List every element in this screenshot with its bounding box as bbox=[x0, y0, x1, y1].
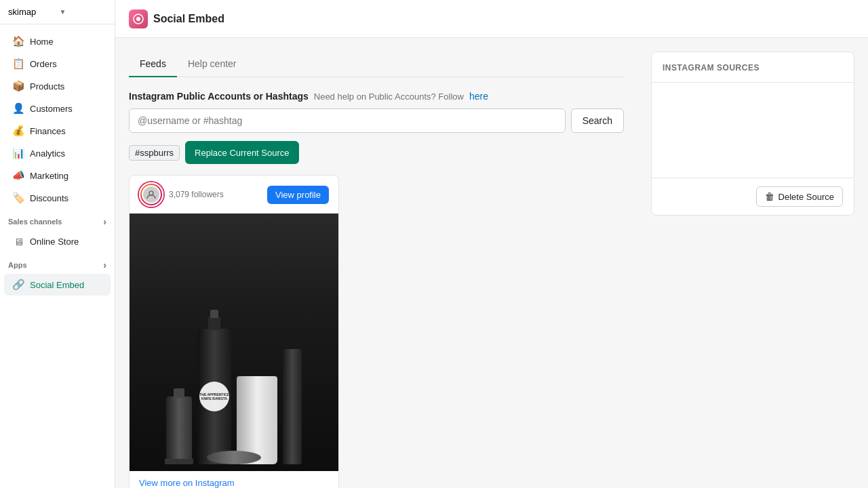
ig-image: THE APPRENTICEKNIFE BARISTA bbox=[130, 214, 338, 471]
orders-icon: 📋 bbox=[12, 58, 24, 70]
sidebar-item-social-embed[interactable]: 🔗 Social Embed bbox=[4, 274, 111, 296]
tab-feeds[interactable]: Feeds bbox=[129, 52, 177, 77]
sources-card: INSTAGRAM SOURCES 🗑 Delete Source bbox=[651, 52, 854, 216]
expand-icon[interactable]: › bbox=[103, 216, 106, 227]
section-title: Instagram Public Accounts or Hashtags bbox=[129, 91, 309, 102]
help-link[interactable]: here bbox=[469, 91, 488, 102]
sidebar-item-orders[interactable]: 📋 Orders bbox=[4, 53, 111, 75]
view-more-link[interactable]: View more on Instagram bbox=[139, 478, 329, 488]
instagram-card: 3,079 followers View profile bbox=[129, 175, 339, 488]
expand-apps-icon[interactable]: › bbox=[103, 260, 106, 270]
topbar: Social Embed bbox=[115, 0, 868, 38]
discounts-icon: 🏷️ bbox=[12, 192, 24, 204]
ig-profile: 3,079 followers bbox=[139, 182, 224, 207]
tag-row: #sspburrs Replace Current Source bbox=[129, 141, 624, 164]
home-icon: 🏠 bbox=[12, 35, 24, 47]
store-selector[interactable]: skimap ▼ bbox=[0, 0, 115, 24]
search-row: Search bbox=[129, 108, 624, 133]
delete-source-button[interactable]: 🗑 Delete Source bbox=[756, 186, 843, 207]
sources-card-footer: 🗑 Delete Source bbox=[652, 178, 854, 215]
sidebar-item-label: Discounts bbox=[30, 193, 68, 203]
sidebar-nav: 🏠 Home 📋 Orders 📦 Products 👤 Customers 💰… bbox=[0, 24, 115, 302]
app-title: Social Embed bbox=[153, 13, 224, 25]
avatar bbox=[139, 182, 163, 207]
replace-source-button[interactable]: Replace Current Source bbox=[185, 141, 298, 164]
app-icon bbox=[129, 9, 148, 28]
sidebar-item-label: Marketing bbox=[30, 171, 68, 181]
customers-icon: 👤 bbox=[12, 102, 24, 115]
ig-header: 3,079 followers View profile bbox=[130, 176, 338, 214]
bw-scene: THE APPRENTICEKNIFE BARISTA bbox=[130, 214, 338, 471]
marketing-icon: 📣 bbox=[12, 169, 24, 182]
finances-icon: 💰 bbox=[12, 125, 24, 137]
center-panel: Feeds Help center Instagram Public Accou… bbox=[115, 38, 637, 488]
sales-channels-section: Sales channels › bbox=[0, 209, 115, 230]
tabs: Feeds Help center bbox=[129, 52, 624, 77]
main-content: Social Embed Feeds Help center Instagram… bbox=[115, 0, 868, 488]
trash-icon: 🗑 bbox=[765, 191, 774, 202]
sidebar-item-marketing[interactable]: 📣 Marketing bbox=[4, 165, 111, 186]
content-area: Feeds Help center Instagram Public Accou… bbox=[115, 38, 868, 488]
svg-point-2 bbox=[149, 191, 153, 195]
sidebar-item-label: Analytics bbox=[30, 148, 65, 159]
help-text: Need help on Public Accounts? Follow bbox=[314, 92, 464, 102]
apps-section: Apps › bbox=[0, 253, 115, 273]
sidebar-item-finances[interactable]: 💰 Finances bbox=[4, 120, 111, 142]
sources-card-body bbox=[652, 83, 854, 178]
follower-count: 3,079 followers bbox=[169, 190, 224, 199]
sidebar-item-analytics[interactable]: 📊 Analytics bbox=[4, 142, 111, 164]
sidebar-item-label: Customers bbox=[30, 104, 73, 114]
online-store-icon: 🖥 bbox=[12, 235, 24, 247]
tab-help-center[interactable]: Help center bbox=[177, 52, 248, 77]
search-input[interactable] bbox=[129, 108, 566, 133]
right-panel: INSTAGRAM SOURCES 🗑 Delete Source bbox=[637, 38, 868, 488]
store-name: skimap bbox=[8, 7, 56, 17]
sidebar-item-online-store[interactable]: 🖥 Online Store bbox=[4, 230, 111, 252]
sidebar: skimap ▼ 🏠 Home 📋 Orders 📦 Products 👤 Cu… bbox=[0, 0, 115, 488]
sidebar-item-label: Orders bbox=[30, 59, 57, 69]
view-profile-button[interactable]: View profile bbox=[267, 186, 329, 204]
analytics-icon: 📊 bbox=[12, 147, 24, 159]
sidebar-item-customers[interactable]: 👤 Customers bbox=[4, 98, 111, 119]
sources-title: INSTAGRAM SOURCES bbox=[663, 63, 760, 73]
products-icon: 📦 bbox=[12, 80, 24, 92]
section-header: Instagram Public Accounts or Hashtags Ne… bbox=[129, 91, 624, 102]
search-button[interactable]: Search bbox=[571, 108, 624, 133]
avatar-inner bbox=[142, 185, 161, 204]
delete-label: Delete Source bbox=[778, 192, 834, 202]
sidebar-item-label: Home bbox=[30, 37, 54, 47]
bottle-logo: THE APPRENTICEKNIFE BARISTA bbox=[199, 382, 229, 411]
sidebar-item-label: Online Store bbox=[30, 237, 79, 247]
sidebar-item-home[interactable]: 🏠 Home bbox=[4, 30, 111, 52]
sidebar-item-discounts[interactable]: 🏷️ Discounts bbox=[4, 187, 111, 209]
sources-card-header: INSTAGRAM SOURCES bbox=[652, 52, 854, 83]
sidebar-item-label: Social Embed bbox=[30, 280, 84, 290]
sidebar-item-label: Finances bbox=[30, 126, 66, 136]
sidebar-item-products[interactable]: 📦 Products bbox=[4, 75, 111, 97]
sidebar-item-label: Products bbox=[30, 81, 64, 92]
current-tag: #sspburrs bbox=[129, 145, 180, 161]
svg-point-1 bbox=[136, 17, 140, 21]
ig-footer: View more on Instagram ♡ ○ ⬆ ⚐ 5 likes bbox=[130, 471, 338, 488]
social-embed-icon: 🔗 bbox=[12, 279, 24, 291]
chevron-down-icon: ▼ bbox=[60, 8, 107, 16]
